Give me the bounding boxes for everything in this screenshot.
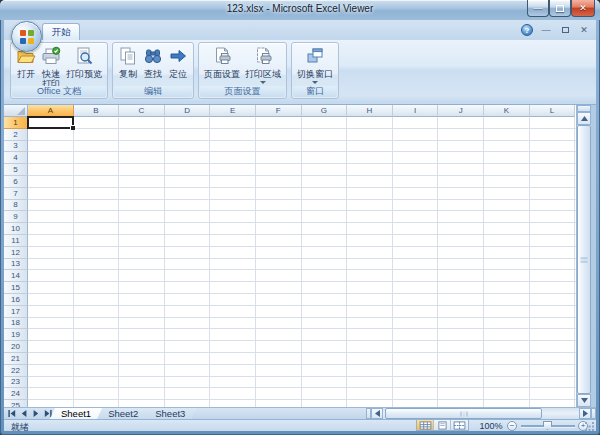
- status-ready-label: 就绪: [11, 421, 29, 434]
- row-header-9[interactable]: 9: [4, 211, 28, 223]
- sheet-tab-Sheet1[interactable]: Sheet1: [50, 408, 102, 419]
- next-sheet-icon: [32, 410, 40, 417]
- column-header-C[interactable]: C: [119, 105, 165, 117]
- row-header-8[interactable]: 8: [4, 200, 28, 212]
- row-header-11[interactable]: 11: [4, 235, 28, 247]
- row-header-6[interactable]: 6: [4, 176, 28, 188]
- normal-view-button[interactable]: [417, 420, 434, 430]
- window-title: 123.xlsx - Microsoft Excel Viewer: [0, 3, 600, 14]
- scroll-down-button[interactable]: [577, 394, 591, 407]
- horizontal-scrollbar[interactable]: [366, 408, 596, 419]
- scroll-right-button[interactable]: [579, 408, 591, 419]
- next-sheet-button[interactable]: [30, 409, 41, 419]
- row-header-16[interactable]: 16: [4, 294, 28, 306]
- help-icon[interactable]: ?: [521, 24, 533, 36]
- row-header-22[interactable]: 22: [4, 365, 28, 377]
- row-header-13[interactable]: 13: [4, 259, 28, 271]
- ribbon-button-label: 复制: [119, 69, 137, 79]
- tab-home[interactable]: 开始: [42, 23, 80, 40]
- row-header-17[interactable]: 17: [4, 306, 28, 318]
- sheet-cells-area[interactable]: [28, 117, 576, 407]
- office-button[interactable]: [11, 21, 42, 52]
- ribbon-button-定位[interactable]: 定位: [166, 45, 190, 87]
- row-header-2[interactable]: 2: [4, 129, 28, 141]
- first-sheet-button[interactable]: [6, 409, 17, 419]
- row-header-5[interactable]: 5: [4, 164, 28, 176]
- ribbon-button-打印预览[interactable]: 打印预览: [64, 45, 104, 87]
- arrow-up-icon: [581, 116, 588, 121]
- column-header-F[interactable]: F: [256, 105, 302, 117]
- zoom-slider-thumb[interactable]: [543, 421, 552, 430]
- row-header-1[interactable]: 1: [4, 117, 28, 129]
- sheet-tab-Sheet3[interactable]: Sheet3: [144, 408, 196, 419]
- sheet-tab-Sheet2[interactable]: Sheet2: [97, 408, 149, 419]
- page-layout-view-icon: [436, 421, 449, 430]
- horizontal-split-handle[interactable]: [591, 408, 596, 419]
- row-header-15[interactable]: 15: [4, 282, 28, 294]
- office-logo-icon: [20, 30, 34, 44]
- prev-sheet-button[interactable]: [18, 409, 29, 419]
- column-header-B[interactable]: B: [74, 105, 120, 117]
- row-header-12[interactable]: 12: [4, 247, 28, 259]
- ribbon-button-查找[interactable]: 查找: [141, 45, 165, 87]
- row-header-19[interactable]: 19: [4, 329, 28, 341]
- row-header-3[interactable]: 3: [4, 141, 28, 153]
- page-break-view-button[interactable]: [451, 420, 468, 430]
- vertical-split-handle[interactable]: [577, 105, 591, 112]
- ribbon-button-快速打印[interactable]: 快速打印: [39, 45, 63, 87]
- column-header-I[interactable]: I: [393, 105, 439, 117]
- row-header-24[interactable]: 24: [4, 388, 28, 400]
- column-header-L[interactable]: L: [530, 105, 576, 117]
- column-header-H[interactable]: H: [347, 105, 393, 117]
- sheet-tab-bar: Sheet1Sheet2Sheet3: [4, 407, 596, 419]
- ribbon-button-label: 定位: [169, 69, 187, 79]
- select-all-corner[interactable]: [4, 105, 28, 117]
- copy-icon: [118, 46, 138, 69]
- column-header-G[interactable]: G: [302, 105, 348, 117]
- ribbon-button-切换窗口[interactable]: 切换窗口: [295, 45, 335, 87]
- horizontal-scroll-thumb[interactable]: [385, 408, 542, 419]
- column-header-D[interactable]: D: [165, 105, 211, 117]
- row-header-10[interactable]: 10: [4, 223, 28, 235]
- prev-sheet-icon: [20, 410, 28, 417]
- close-button[interactable]: ✕: [571, 0, 595, 17]
- horizontal-scroll-track[interactable]: [383, 408, 579, 419]
- page-layout-view-button[interactable]: [434, 420, 451, 430]
- ribbon-button-打印区域[interactable]: 打印区域: [243, 45, 283, 87]
- column-header-K[interactable]: K: [484, 105, 530, 117]
- row-header-21[interactable]: 21: [4, 353, 28, 365]
- excel-viewer-window: 123.xlsx - Microsoft Excel Viewer — ✕ 开始…: [0, 0, 600, 435]
- view-mode-buttons: [416, 420, 469, 431]
- workbook-close-button[interactable]: ✕: [578, 25, 590, 36]
- column-header-E[interactable]: E: [210, 105, 256, 117]
- zoom-level[interactable]: 100%: [478, 421, 504, 431]
- minimize-button[interactable]: —: [527, 0, 549, 17]
- row-header-20[interactable]: 20: [4, 341, 28, 353]
- scroll-up-button[interactable]: [577, 112, 591, 125]
- column-header-J[interactable]: J: [438, 105, 484, 117]
- workbook-restore-button[interactable]: [559, 25, 571, 36]
- ribbon-button-复制[interactable]: 复制: [116, 45, 140, 87]
- row-header-18[interactable]: 18: [4, 318, 28, 330]
- vertical-scrollbar[interactable]: [576, 105, 591, 407]
- row-header-7[interactable]: 7: [4, 188, 28, 200]
- zoom-out-button[interactable]: −: [507, 421, 517, 431]
- minimize-icon: —: [534, 3, 543, 13]
- row-header-4[interactable]: 4: [4, 152, 28, 164]
- active-cell-A1[interactable]: [27, 116, 74, 129]
- title-bar[interactable]: 123.xlsx - Microsoft Excel Viewer — ✕: [0, 0, 600, 20]
- row-header-23[interactable]: 23: [4, 377, 28, 389]
- ribbon-button-label: 查找: [144, 69, 162, 79]
- ribbon-button-label: 打印区域: [245, 69, 281, 79]
- ribbon-button-页面设置[interactable]: 页面设置: [202, 45, 242, 87]
- find-icon: [143, 46, 163, 69]
- row-header-14[interactable]: 14: [4, 270, 28, 282]
- vertical-scroll-thumb[interactable]: [577, 125, 591, 394]
- scroll-left-button[interactable]: [371, 408, 383, 419]
- switch-window-icon: [305, 46, 325, 69]
- workbook-minimize-button[interactable]: —: [540, 25, 552, 36]
- maximize-icon: [556, 5, 564, 12]
- row-header-25[interactable]: 25: [4, 400, 28, 407]
- resize-grip[interactable]: [585, 422, 594, 431]
- maximize-button[interactable]: [549, 0, 571, 17]
